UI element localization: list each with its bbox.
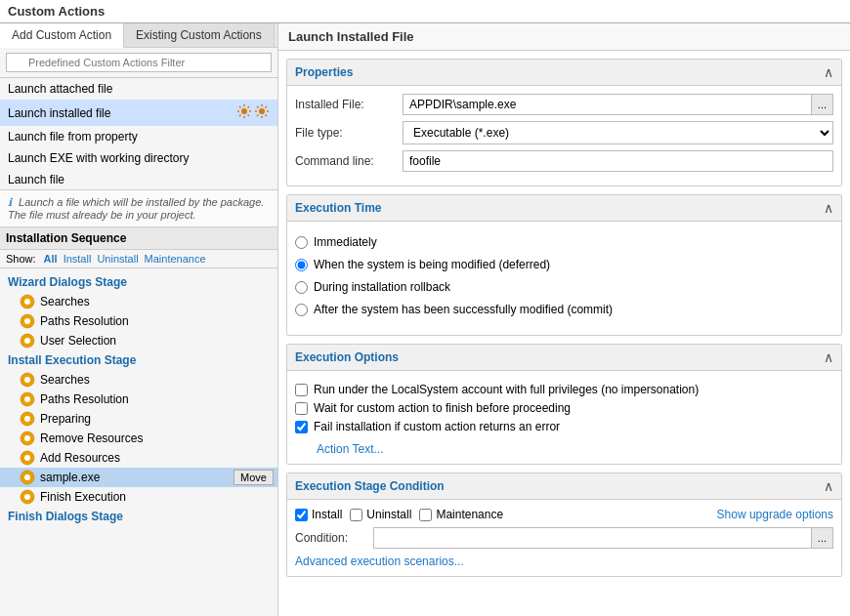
searches-icon-1 (20, 294, 35, 309)
tree-item-user-selection[interactable]: User Selection (0, 331, 277, 350)
tree-item-searches-1[interactable]: Searches (0, 292, 277, 311)
collapse-execution-options-icon[interactable]: ∧ (824, 349, 833, 365)
collapse-properties-icon[interactable]: ∧ (824, 64, 833, 80)
action-item-launch-exe-working[interactable]: Launch EXE with working directory (0, 147, 277, 169)
search-input[interactable] (6, 53, 272, 72)
user-selection-icon (20, 333, 35, 349)
tab-add-custom-action[interactable]: Add Custom Action (0, 23, 124, 48)
execution-time-radio-group: Immediately When the system is being mod… (295, 229, 833, 327)
exec-stage-install: Install (295, 508, 342, 521)
radio-deferred-input[interactable] (295, 259, 308, 271)
remove-resources-icon (20, 431, 35, 446)
form-row-installed-file: Installed File: ... (295, 94, 833, 115)
exec-stage-maintenance: Maintenance (419, 508, 503, 521)
search-box: 🔍 (0, 48, 277, 78)
section-execution-time-body: Immediately When the system is being mod… (287, 222, 841, 335)
title-bar: Custom Actions (0, 0, 850, 23)
svg-point-1 (259, 108, 265, 114)
radio-deferred: When the system is being modified (defer… (295, 256, 833, 273)
tree-item-finish-execution[interactable]: Finish Execution (0, 487, 277, 507)
section-execution-time-header[interactable]: Execution Time ∧ (287, 195, 841, 222)
checkbox-fail-install: Fail installation if custom action retur… (295, 420, 833, 433)
tree-item-searches-2[interactable]: Searches (0, 370, 277, 390)
radio-commit-input[interactable] (295, 304, 308, 316)
action-gear-icon-1 (236, 103, 252, 122)
collapse-execution-stage-condition-icon[interactable]: ∧ (824, 478, 833, 494)
installed-file-browse-button[interactable]: ... (811, 94, 833, 115)
section-properties-header[interactable]: Properties ∧ (287, 60, 841, 86)
radio-rollback: During installation rollback (295, 278, 833, 296)
radio-rollback-input[interactable] (295, 281, 308, 294)
checkbox-local-system-input[interactable] (295, 384, 308, 396)
stage-install-execution: Install Execution Stage (0, 350, 277, 370)
hint-text: ℹ Launch a file which will be installed … (0, 190, 277, 227)
section-execution-options-header[interactable]: Execution Options ∧ (287, 345, 841, 371)
checkbox-fail-install-input[interactable] (295, 421, 308, 433)
exec-stage-maintenance-checkbox[interactable] (419, 509, 432, 521)
tree-item-remove-resources[interactable]: Remove Resources (0, 429, 277, 448)
action-text-link[interactable]: Action Text... (295, 442, 383, 456)
finish-execution-icon (20, 489, 35, 505)
section-properties: Properties ∧ Installed File: ... (286, 59, 842, 186)
installed-file-input[interactable] (403, 94, 811, 115)
condition-input-group: ... (373, 527, 833, 549)
show-upgrade-options-link[interactable]: Show upgrade options (717, 508, 833, 521)
installed-file-input-group: ... (403, 94, 833, 115)
move-button[interactable]: Move (234, 470, 274, 485)
condition-input[interactable] (373, 527, 811, 549)
condition-browse-button[interactable]: ... (811, 527, 833, 549)
section-execution-stage-condition: Execution Stage Condition ∧ Install Unin… (286, 472, 842, 577)
sequence-tree: Wizard Dialogs Stage Searches Paths Reso… (0, 268, 277, 616)
section-properties-body: Installed File: ... File type: Executabl… (287, 86, 841, 185)
sample-exe-icon (20, 470, 35, 485)
tree-item-sample-exe[interactable]: sample.exe Move (0, 468, 277, 487)
add-resources-icon (20, 450, 35, 466)
installation-sequence-header: Installation Sequence (0, 227, 277, 250)
action-item-launch-attached[interactable]: Launch attached file (0, 78, 277, 100)
svg-point-5 (24, 318, 30, 324)
file-type-select[interactable]: Executable (*.exe) Document Other (403, 121, 833, 144)
action-item-icons (236, 103, 270, 122)
stage-wizard-dialogs: Wizard Dialogs Stage (0, 272, 277, 292)
svg-point-19 (24, 474, 30, 480)
app-title: Custom Actions (8, 4, 105, 19)
tab-existing-custom-actions[interactable]: Existing Custom Actions (124, 23, 275, 47)
svg-point-7 (24, 338, 30, 344)
svg-point-3 (24, 299, 30, 305)
stage-finish-dialogs: Finish Dialogs Stage (0, 507, 277, 526)
svg-point-9 (24, 377, 30, 383)
show-install-link[interactable]: Install (64, 253, 92, 265)
section-execution-stage-condition-header[interactable]: Execution Stage Condition ∧ (287, 473, 841, 500)
main-container: Custom Actions Add Custom Action Existin… (0, 0, 850, 616)
form-row-command-line: Command line: (295, 150, 833, 172)
tree-item-add-resources[interactable]: Add Resources (0, 448, 277, 468)
tree-item-paths-resolution-2[interactable]: Paths Resolution (0, 390, 277, 409)
form-row-file-type: File type: Executable (*.exe) Document O… (295, 121, 833, 144)
action-item-launch-installed[interactable]: Launch installed file (0, 100, 277, 126)
action-list: Launch attached file Launch installed fi… (0, 78, 277, 189)
show-all-link[interactable]: All (44, 253, 58, 265)
section-execution-stage-condition-body: Install Uninstall Maintenance Show upgra… (287, 500, 841, 576)
svg-point-15 (24, 435, 30, 441)
exec-stage-checkboxes-row: Install Uninstall Maintenance Show upgra… (295, 508, 833, 521)
section-execution-options-body: Run under the LocalSystem account with f… (287, 371, 841, 464)
action-item-launch-file[interactable]: Launch file (0, 169, 277, 189)
show-maintenance-link[interactable]: Maintenance (145, 253, 206, 265)
radio-commit: After the system has been successfully m… (295, 301, 833, 318)
preparing-icon (20, 411, 35, 427)
checkbox-wait-finish-input[interactable] (295, 402, 308, 415)
tree-item-paths-resolution-1[interactable]: Paths Resolution (0, 311, 277, 331)
exec-stage-uninstall-checkbox[interactable] (350, 509, 362, 521)
show-bar: Show: All Install Uninstall Maintenance (0, 250, 277, 268)
action-item-launch-file-property[interactable]: Launch file from property (0, 126, 277, 147)
tree-item-preparing[interactable]: Preparing (0, 409, 277, 429)
section-execution-options: Execution Options ∧ Run under the LocalS… (286, 344, 842, 465)
advanced-execution-link[interactable]: Advanced execution scenarios... (295, 554, 464, 568)
search-wrapper: 🔍 (6, 53, 272, 72)
show-uninstall-link[interactable]: Uninstall (97, 253, 138, 265)
exec-stage-install-checkbox[interactable] (295, 509, 308, 521)
command-line-input[interactable] (403, 150, 833, 172)
radio-immediately-input[interactable] (295, 236, 308, 249)
left-panel: Add Custom Action Existing Custom Action… (0, 23, 278, 616)
collapse-execution-time-icon[interactable]: ∧ (824, 200, 833, 216)
